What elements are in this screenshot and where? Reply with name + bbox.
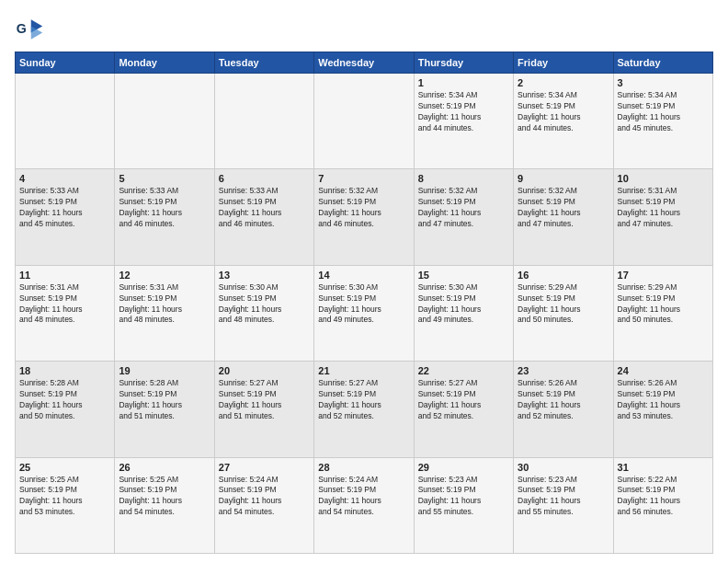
calendar-cell: 24Sunrise: 5:26 AMSunset: 5:19 PMDayligh… bbox=[613, 362, 712, 457]
day-info: Sunrise: 5:32 AMSunset: 5:19 PMDaylight:… bbox=[418, 186, 509, 230]
day-number: 25 bbox=[19, 462, 110, 473]
calendar-cell: 25Sunrise: 5:25 AMSunset: 5:19 PMDayligh… bbox=[16, 457, 115, 553]
header: G bbox=[15, 15, 713, 44]
calendar-cell: 17Sunrise: 5:29 AMSunset: 5:19 PMDayligh… bbox=[613, 265, 712, 361]
day-number: 3 bbox=[618, 77, 709, 88]
logo-icon: G bbox=[15, 15, 44, 44]
day-info: Sunrise: 5:33 AMSunset: 5:19 PMDaylight:… bbox=[219, 186, 310, 230]
day-number: 20 bbox=[219, 365, 310, 376]
calendar-cell: 5Sunrise: 5:33 AMSunset: 5:19 PMDaylight… bbox=[115, 169, 214, 265]
day-header-tuesday: Tuesday bbox=[214, 52, 313, 74]
day-number: 22 bbox=[418, 365, 509, 376]
day-number: 17 bbox=[618, 270, 709, 281]
calendar-cell: 1Sunrise: 5:34 AMSunset: 5:19 PMDaylight… bbox=[414, 74, 513, 169]
day-number: 12 bbox=[119, 270, 210, 281]
day-info: Sunrise: 5:30 AMSunset: 5:19 PMDaylight:… bbox=[318, 282, 409, 327]
day-info: Sunrise: 5:25 AMSunset: 5:19 PMDaylight:… bbox=[19, 475, 110, 519]
day-info: Sunrise: 5:33 AMSunset: 5:19 PMDaylight:… bbox=[119, 186, 210, 230]
calendar-cell: 26Sunrise: 5:25 AMSunset: 5:19 PMDayligh… bbox=[115, 457, 214, 553]
day-number: 9 bbox=[518, 173, 609, 184]
calendar-cell: 2Sunrise: 5:34 AMSunset: 5:19 PMDaylight… bbox=[514, 74, 613, 169]
day-number: 27 bbox=[219, 462, 310, 473]
day-info: Sunrise: 5:26 AMSunset: 5:19 PMDaylight:… bbox=[618, 378, 709, 422]
day-info: Sunrise: 5:25 AMSunset: 5:19 PMDaylight:… bbox=[119, 475, 210, 519]
day-number: 29 bbox=[418, 462, 509, 473]
day-info: Sunrise: 5:31 AMSunset: 5:19 PMDaylight:… bbox=[119, 282, 210, 327]
day-info: Sunrise: 5:33 AMSunset: 5:19 PMDaylight:… bbox=[19, 186, 110, 230]
day-info: Sunrise: 5:34 AMSunset: 5:19 PMDaylight:… bbox=[418, 90, 509, 134]
day-info: Sunrise: 5:31 AMSunset: 5:19 PMDaylight:… bbox=[19, 282, 110, 327]
day-header-saturday: Saturday bbox=[613, 52, 712, 74]
day-info: Sunrise: 5:30 AMSunset: 5:19 PMDaylight:… bbox=[219, 282, 310, 327]
calendar-body: 1Sunrise: 5:34 AMSunset: 5:19 PMDaylight… bbox=[16, 74, 713, 554]
day-number: 15 bbox=[418, 270, 509, 281]
calendar-cell bbox=[115, 74, 214, 169]
day-number: 28 bbox=[318, 462, 409, 473]
calendar-cell: 10Sunrise: 5:31 AMSunset: 5:19 PMDayligh… bbox=[613, 169, 712, 265]
calendar-cell: 30Sunrise: 5:23 AMSunset: 5:19 PMDayligh… bbox=[514, 457, 613, 553]
day-number: 26 bbox=[119, 462, 210, 473]
day-header-friday: Friday bbox=[514, 52, 613, 74]
day-number: 21 bbox=[318, 365, 409, 376]
calendar-cell: 28Sunrise: 5:24 AMSunset: 5:19 PMDayligh… bbox=[314, 457, 414, 553]
day-info: Sunrise: 5:23 AMSunset: 5:19 PMDaylight:… bbox=[418, 475, 509, 519]
calendar-table: SundayMondayTuesdayWednesdayThursdayFrid… bbox=[15, 52, 713, 554]
calendar-cell: 11Sunrise: 5:31 AMSunset: 5:19 PMDayligh… bbox=[16, 265, 115, 361]
day-header-thursday: Thursday bbox=[414, 52, 513, 74]
calendar-cell: 22Sunrise: 5:27 AMSunset: 5:19 PMDayligh… bbox=[414, 362, 513, 457]
day-info: Sunrise: 5:29 AMSunset: 5:19 PMDaylight:… bbox=[618, 282, 709, 327]
calendar-header-row: SundayMondayTuesdayWednesdayThursdayFrid… bbox=[16, 52, 713, 74]
calendar-cell: 21Sunrise: 5:27 AMSunset: 5:19 PMDayligh… bbox=[314, 362, 414, 457]
calendar-cell bbox=[314, 74, 414, 169]
day-info: Sunrise: 5:27 AMSunset: 5:19 PMDaylight:… bbox=[418, 378, 509, 422]
day-info: Sunrise: 5:31 AMSunset: 5:19 PMDaylight:… bbox=[618, 186, 709, 230]
day-number: 11 bbox=[19, 270, 110, 281]
day-info: Sunrise: 5:23 AMSunset: 5:19 PMDaylight:… bbox=[518, 475, 609, 519]
calendar-cell: 31Sunrise: 5:22 AMSunset: 5:19 PMDayligh… bbox=[613, 457, 712, 553]
calendar-cell: 23Sunrise: 5:26 AMSunset: 5:19 PMDayligh… bbox=[514, 362, 613, 457]
day-info: Sunrise: 5:28 AMSunset: 5:19 PMDaylight:… bbox=[19, 378, 110, 422]
day-info: Sunrise: 5:34 AMSunset: 5:19 PMDaylight:… bbox=[518, 90, 609, 134]
calendar-cell: 27Sunrise: 5:24 AMSunset: 5:19 PMDayligh… bbox=[214, 457, 313, 553]
day-number: 2 bbox=[518, 77, 609, 88]
calendar-cell: 15Sunrise: 5:30 AMSunset: 5:19 PMDayligh… bbox=[414, 265, 513, 361]
week-row-5: 25Sunrise: 5:25 AMSunset: 5:19 PMDayligh… bbox=[16, 457, 713, 553]
day-info: Sunrise: 5:27 AMSunset: 5:19 PMDaylight:… bbox=[219, 378, 310, 422]
calendar-cell: 29Sunrise: 5:23 AMSunset: 5:19 PMDayligh… bbox=[414, 457, 513, 553]
svg-text:G: G bbox=[17, 21, 27, 36]
day-number: 13 bbox=[219, 270, 310, 281]
day-number: 24 bbox=[618, 365, 709, 376]
day-info: Sunrise: 5:32 AMSunset: 5:19 PMDaylight:… bbox=[518, 186, 609, 230]
day-info: Sunrise: 5:27 AMSunset: 5:19 PMDaylight:… bbox=[318, 378, 409, 422]
day-number: 19 bbox=[119, 365, 210, 376]
day-number: 1 bbox=[418, 77, 509, 88]
calendar-cell: 7Sunrise: 5:32 AMSunset: 5:19 PMDaylight… bbox=[314, 169, 414, 265]
day-info: Sunrise: 5:34 AMSunset: 5:19 PMDaylight:… bbox=[618, 90, 709, 134]
day-number: 10 bbox=[618, 173, 709, 184]
calendar-cell: 19Sunrise: 5:28 AMSunset: 5:19 PMDayligh… bbox=[115, 362, 214, 457]
day-number: 16 bbox=[518, 270, 609, 281]
day-info: Sunrise: 5:22 AMSunset: 5:19 PMDaylight:… bbox=[618, 475, 709, 519]
day-number: 8 bbox=[418, 173, 509, 184]
day-number: 30 bbox=[518, 462, 609, 473]
week-row-2: 4Sunrise: 5:33 AMSunset: 5:19 PMDaylight… bbox=[16, 169, 713, 265]
day-info: Sunrise: 5:24 AMSunset: 5:19 PMDaylight:… bbox=[318, 475, 409, 519]
week-row-3: 11Sunrise: 5:31 AMSunset: 5:19 PMDayligh… bbox=[16, 265, 713, 361]
calendar-cell: 6Sunrise: 5:33 AMSunset: 5:19 PMDaylight… bbox=[214, 169, 313, 265]
calendar-cell bbox=[16, 74, 115, 169]
day-info: Sunrise: 5:29 AMSunset: 5:19 PMDaylight:… bbox=[518, 282, 609, 327]
day-number: 18 bbox=[19, 365, 110, 376]
day-number: 31 bbox=[618, 462, 709, 473]
day-info: Sunrise: 5:24 AMSunset: 5:19 PMDaylight:… bbox=[219, 475, 310, 519]
day-header-wednesday: Wednesday bbox=[314, 52, 414, 74]
day-number: 23 bbox=[518, 365, 609, 376]
calendar-cell: 16Sunrise: 5:29 AMSunset: 5:19 PMDayligh… bbox=[514, 265, 613, 361]
day-info: Sunrise: 5:32 AMSunset: 5:19 PMDaylight:… bbox=[318, 186, 409, 230]
day-number: 7 bbox=[318, 173, 409, 184]
calendar-cell: 18Sunrise: 5:28 AMSunset: 5:19 PMDayligh… bbox=[16, 362, 115, 457]
calendar-cell: 20Sunrise: 5:27 AMSunset: 5:19 PMDayligh… bbox=[214, 362, 313, 457]
calendar-cell: 4Sunrise: 5:33 AMSunset: 5:19 PMDaylight… bbox=[16, 169, 115, 265]
calendar-cell: 9Sunrise: 5:32 AMSunset: 5:19 PMDaylight… bbox=[514, 169, 613, 265]
day-number: 4 bbox=[19, 173, 110, 184]
calendar-cell: 12Sunrise: 5:31 AMSunset: 5:19 PMDayligh… bbox=[115, 265, 214, 361]
